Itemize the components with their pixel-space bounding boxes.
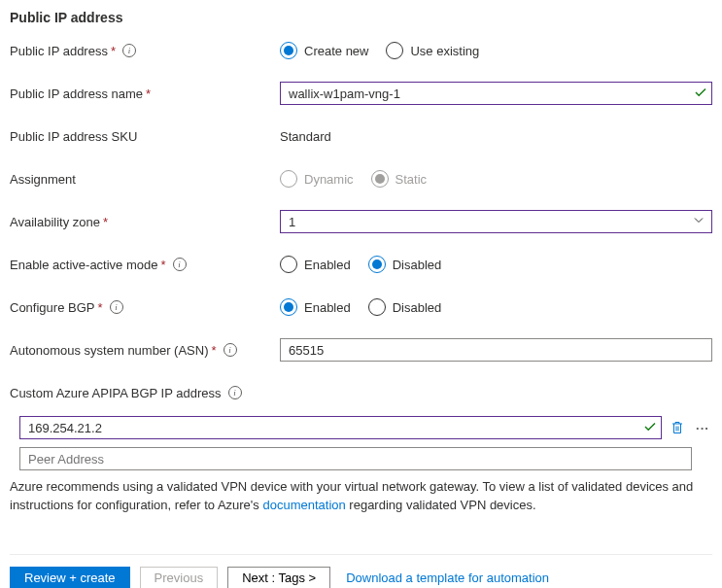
previous-button: Previous — [140, 567, 219, 588]
radio-dynamic: Dynamic — [280, 170, 354, 188]
asn-input[interactable] — [280, 338, 712, 362]
delete-icon[interactable] — [668, 418, 687, 437]
radio-icon — [368, 256, 386, 273]
radio-label: Disabled — [393, 300, 442, 315]
documentation-link[interactable]: documentation — [262, 498, 345, 512]
required-marker: * — [160, 258, 165, 272]
required-marker: * — [111, 44, 116, 58]
radio-icon — [280, 170, 297, 188]
label-assignment: Assignment — [10, 172, 76, 187]
radio-label: Enabled — [304, 258, 351, 272]
required-marker: * — [211, 343, 216, 358]
bgp-radio-group: Enabled Disabled — [280, 298, 441, 316]
radio-aa-disabled[interactable]: Disabled — [368, 256, 442, 273]
radio-create-new[interactable]: Create new — [280, 42, 368, 59]
info-icon[interactable]: i — [110, 300, 123, 314]
label-asn: Autonomous system number (ASN) — [10, 343, 208, 358]
availability-zone-select[interactable]: 1 — [280, 210, 712, 233]
radio-label: Disabled — [393, 258, 442, 272]
label-apipa: Custom Azure APIPA BGP IP address — [10, 386, 222, 400]
label-public-ip-sku: Public IP address SKU — [10, 129, 137, 144]
radio-use-existing[interactable]: Use existing — [386, 42, 479, 59]
chevron-down-icon — [693, 215, 705, 229]
label-public-ip: Public IP address — [10, 44, 108, 58]
radio-static: Static — [371, 170, 428, 188]
info-icon[interactable]: i — [122, 44, 136, 57]
apipa-ip-input[interactable] — [19, 416, 662, 439]
assignment-radio-group: Dynamic Static — [280, 170, 427, 188]
public-ip-name-input[interactable] — [280, 82, 712, 105]
info-icon[interactable]: i — [223, 343, 237, 357]
label-availability-zone: Availability zone — [10, 215, 100, 229]
public-ip-radio-group: Create new Use existing — [280, 42, 479, 59]
select-value: 1 — [289, 215, 295, 229]
info-icon[interactable]: i — [228, 386, 242, 399]
radio-icon — [386, 42, 403, 59]
radio-label: Dynamic — [304, 172, 354, 187]
label-public-ip-name: Public IP address name — [10, 86, 143, 101]
radio-icon — [280, 256, 297, 273]
info-icon[interactable]: i — [173, 258, 187, 271]
download-template-link[interactable]: Download a template for automation — [346, 571, 549, 585]
footer-bar: Review + create Previous Next : Tags > D… — [10, 554, 712, 588]
label-configure-bgp: Configure BGP — [10, 300, 94, 315]
more-icon[interactable]: ··· — [693, 418, 712, 437]
radio-label: Use existing — [410, 44, 479, 58]
radio-icon — [280, 42, 297, 59]
next-button[interactable]: Next : Tags > — [227, 567, 330, 588]
required-marker: * — [146, 86, 151, 101]
radio-bgp-disabled[interactable]: Disabled — [368, 298, 442, 316]
radio-aa-enabled[interactable]: Enabled — [280, 256, 351, 273]
required-marker: * — [97, 300, 102, 315]
label-active-active: Enable active-active mode — [10, 258, 157, 272]
radio-label: Enabled — [304, 300, 351, 315]
section-title: Public IP address — [10, 10, 712, 25]
required-marker: * — [103, 215, 108, 229]
recommendation-note: Azure recommends using a validated VPN d… — [10, 478, 712, 515]
review-create-button[interactable]: Review + create — [10, 567, 130, 588]
radio-icon — [371, 170, 389, 188]
radio-label: Create new — [304, 44, 368, 58]
peer-address-input[interactable] — [19, 447, 692, 470]
public-ip-sku-value: Standard — [280, 129, 331, 144]
radio-icon — [280, 298, 297, 316]
radio-label: Static — [395, 172, 428, 187]
radio-bgp-enabled[interactable]: Enabled — [280, 298, 351, 316]
radio-icon — [368, 298, 386, 316]
active-active-radio-group: Enabled Disabled — [280, 256, 441, 273]
